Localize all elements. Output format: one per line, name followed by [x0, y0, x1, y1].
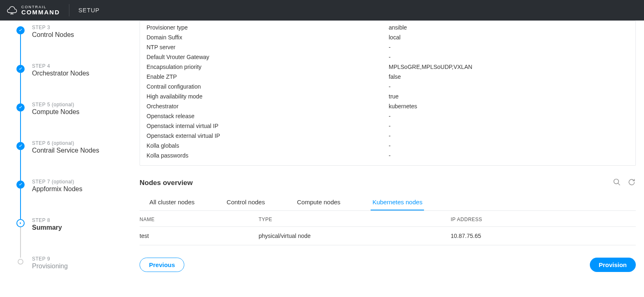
refresh-icon[interactable]	[628, 178, 636, 188]
step-title: Provisioning	[32, 263, 123, 270]
config-row: Openstack release-	[147, 111, 629, 121]
config-label: High availability mode	[147, 93, 389, 100]
config-value: -	[389, 142, 391, 149]
config-label: Orchestrator	[147, 103, 389, 110]
config-row: Orchestratorkubernetes	[147, 101, 629, 111]
config-label: NTP server	[147, 44, 389, 50]
cell-name: test	[140, 233, 259, 239]
wizard-step-2[interactable]: STEP 5 (optional)Compute Nodes	[16, 98, 123, 136]
svg-line-3	[618, 183, 620, 185]
page-title: SETUP	[78, 7, 100, 14]
config-label: Encapsulation priority	[147, 64, 389, 70]
config-label: Kolla passwords	[147, 152, 389, 159]
wizard-step-0[interactable]: STEP 3Control Nodes	[16, 21, 123, 59]
config-value: -	[389, 54, 391, 60]
cell-type: physical/virtual node	[259, 233, 451, 239]
config-value: MPLSoGRE,MPLSoUDP,VXLAN	[389, 64, 472, 70]
col-header-ip: IP ADDRESS	[451, 217, 636, 222]
top-bar: CONTRAIL COMMAND SETUP	[0, 0, 644, 21]
config-label: Openstack internal virtual IP	[147, 123, 389, 129]
wizard-step-1[interactable]: STEP 4Orchestrator Nodes	[16, 59, 123, 98]
step-title: Contrail Service Nodes	[32, 147, 123, 154]
main-panel: Provisioner typeansibleDomain Suffixloca…	[131, 21, 644, 297]
config-value: kubernetes	[389, 103, 417, 110]
config-label: Default Vrouter Gateway	[147, 54, 389, 60]
table-row[interactable]: testphysical/virtual node10.87.75.65	[140, 227, 636, 245]
cloud-icon	[6, 6, 18, 15]
config-label: Openstack release	[147, 113, 389, 119]
config-row: Default Vrouter Gateway-	[147, 52, 629, 62]
step-dot-icon	[16, 219, 25, 227]
step-dot-icon	[16, 65, 25, 73]
step-connector	[20, 112, 21, 142]
config-label: Kolla globals	[147, 142, 389, 149]
config-row: Provisioner typeansible	[147, 23, 629, 32]
config-label: Domain Suffix	[147, 34, 389, 41]
config-row: High availability modetrue	[147, 91, 629, 101]
tab-kubernetes-nodes[interactable]: Kubernetes nodes	[371, 195, 424, 210]
step-number: STEP 9	[32, 256, 123, 262]
wizard-step-3[interactable]: STEP 6 (optional)Contrail Service Nodes	[16, 136, 123, 175]
search-icon[interactable]	[613, 178, 621, 188]
nodes-table: NAME TYPE IP ADDRESS testphysical/virtua…	[140, 211, 636, 245]
wizard-step-4[interactable]: STEP 7 (optional)Appformix Nodes	[16, 175, 123, 213]
config-value: false	[389, 73, 401, 80]
step-number: STEP 4	[32, 63, 123, 69]
step-connector	[20, 189, 21, 219]
config-summary-box: Provisioner typeansibleDomain Suffixloca…	[140, 21, 636, 166]
config-value: -	[389, 133, 391, 139]
config-value: -	[389, 44, 391, 50]
step-dot-icon	[16, 26, 25, 34]
col-header-type: TYPE	[259, 217, 451, 222]
config-row: Domain Suffixlocal	[147, 32, 629, 42]
config-label: Openstack external virtual IP	[147, 133, 389, 139]
config-row: Contrail configuration-	[147, 82, 629, 91]
step-connector	[20, 150, 21, 180]
step-title: Compute Nodes	[32, 108, 123, 116]
step-number: STEP 6 (optional)	[32, 140, 123, 146]
config-label: Enable ZTP	[147, 73, 389, 80]
wizard-step-6[interactable]: STEP 9Provisioning	[16, 252, 123, 290]
config-row: Kolla passwords-	[147, 151, 629, 160]
nodes-tabs: All cluster nodesControl nodesCompute no…	[140, 195, 636, 211]
config-row: Kolla globals-	[147, 141, 629, 151]
previous-button[interactable]: Previous	[140, 258, 184, 272]
step-number: STEP 5 (optional)	[32, 102, 123, 107]
config-label: Contrail configuration	[147, 83, 389, 90]
config-value: -	[389, 152, 391, 159]
step-connector	[20, 227, 21, 258]
col-header-name: NAME	[140, 217, 259, 222]
config-value: -	[389, 83, 391, 90]
tab-compute-nodes[interactable]: Compute nodes	[295, 195, 342, 210]
config-value: -	[389, 113, 391, 119]
step-dot-icon	[16, 180, 25, 189]
step-title: Appformix Nodes	[32, 185, 123, 193]
brand-bottom: COMMAND	[21, 9, 60, 15]
step-title: Summary	[32, 224, 123, 231]
wizard-sidebar: STEP 3Control NodesSTEP 4Orchestrator No…	[0, 21, 131, 297]
cell-ip: 10.87.75.65	[451, 233, 636, 239]
config-value: local	[389, 34, 401, 41]
config-label: Provisioner type	[147, 24, 389, 31]
config-row: Encapsulation priorityMPLSoGRE,MPLSoUDP,…	[147, 62, 629, 72]
step-number: STEP 7 (optional)	[32, 179, 123, 185]
nodes-overview-title: Nodes overview	[140, 179, 193, 187]
header-divider	[69, 4, 69, 16]
wizard-step-5[interactable]: STEP 8Summary	[16, 213, 123, 252]
config-row: NTP server-	[147, 42, 629, 52]
config-value: true	[389, 93, 399, 100]
tab-control-nodes[interactable]: Control nodes	[225, 195, 266, 210]
config-value: ansible	[389, 24, 407, 31]
config-row: Openstack internal virtual IP-	[147, 121, 629, 131]
config-row: Openstack external virtual IP-	[147, 131, 629, 141]
config-value: -	[389, 123, 391, 129]
tab-all-cluster-nodes[interactable]: All cluster nodes	[148, 195, 196, 210]
step-number: STEP 3	[32, 25, 123, 30]
step-dot-icon	[16, 103, 25, 112]
step-dot-icon	[16, 142, 25, 150]
brand-logo: CONTRAIL COMMAND	[6, 5, 60, 15]
config-row: Enable ZTPfalse	[147, 72, 629, 82]
provision-button[interactable]: Provision	[590, 258, 636, 272]
svg-point-2	[614, 179, 619, 184]
step-connector	[20, 73, 21, 103]
